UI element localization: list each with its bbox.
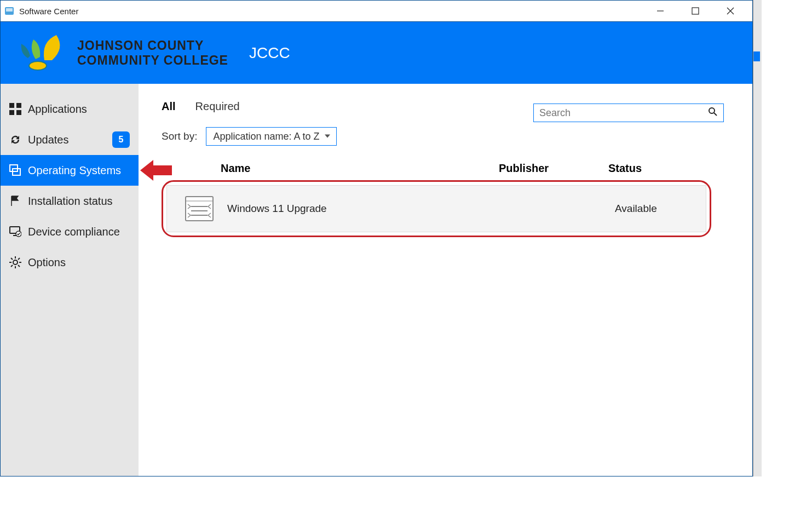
body-area: Applications Updates 5 Operating Systems xyxy=(1,84,752,476)
banner: JOHNSON COUNTY COMMUNITY COLLEGE JCCC xyxy=(1,22,752,84)
svg-line-21 xyxy=(11,258,13,260)
search-icon xyxy=(708,107,718,119)
svg-rect-7 xyxy=(9,103,14,108)
monitor-check-icon xyxy=(9,226,21,238)
svg-point-25 xyxy=(709,108,715,113)
background-window-edge xyxy=(753,0,762,476)
svg-rect-27 xyxy=(186,197,213,221)
row-name: Windows 11 Upgrade xyxy=(227,203,505,215)
gear-icon xyxy=(9,256,21,268)
column-name: Name xyxy=(221,162,499,175)
svg-point-16 xyxy=(13,260,18,265)
column-publisher: Publisher xyxy=(499,162,608,175)
svg-rect-1 xyxy=(6,8,13,12)
svg-line-23 xyxy=(11,265,13,267)
search-box[interactable] xyxy=(533,104,724,122)
flag-icon xyxy=(9,195,21,207)
sort-row: Sort by: Application name: A to Z xyxy=(162,127,729,146)
background-window-sliver xyxy=(753,51,760,61)
sidebar-item-label: Operating Systems xyxy=(28,164,121,177)
column-status: Status xyxy=(608,162,674,175)
svg-rect-3 xyxy=(692,8,699,14)
sidebar-item-updates[interactable]: Updates 5 xyxy=(1,124,139,155)
red-arrow-annotation xyxy=(140,159,172,182)
sort-label: Sort by: xyxy=(162,130,197,142)
close-button[interactable] xyxy=(713,1,748,21)
leaf-logo-icon xyxy=(17,32,70,74)
window-controls xyxy=(643,1,748,21)
svg-point-6 xyxy=(29,61,47,70)
sidebar-item-label: Options xyxy=(28,256,66,269)
sidebar-item-operating-systems[interactable]: Operating Systems xyxy=(1,155,139,186)
window-title: Software Center xyxy=(19,7,643,16)
sidebar-item-applications[interactable]: Applications xyxy=(1,94,139,124)
highlighted-row-annotation: Windows 11 Upgrade Available xyxy=(162,180,711,237)
sidebar-item-label: Updates xyxy=(28,134,69,146)
row-status: Available xyxy=(615,203,692,215)
svg-rect-8 xyxy=(16,103,21,108)
svg-line-22 xyxy=(18,265,20,267)
chevron-down-icon xyxy=(324,131,331,142)
org-logo: JOHNSON COUNTY COMMUNITY COLLEGE xyxy=(17,32,228,74)
org-name: JCCC xyxy=(249,44,290,62)
software-center-window: Software Center JOHNSON COUNTY CO xyxy=(0,0,753,476)
title-bar: Software Center xyxy=(1,1,752,22)
sidebar-item-label: Installation status xyxy=(28,195,113,208)
sidebar: Applications Updates 5 Operating Systems xyxy=(1,84,139,476)
svg-rect-10 xyxy=(16,110,21,115)
os-stack-icon xyxy=(9,164,21,176)
list-row[interactable]: Windows 11 Upgrade Available xyxy=(166,185,706,232)
sidebar-item-device-compliance[interactable]: Device compliance xyxy=(1,216,139,247)
apps-grid-icon xyxy=(9,103,21,115)
svg-line-26 xyxy=(714,113,717,116)
refresh-icon xyxy=(9,134,21,146)
logo-text-sub: COMMUNITY COLLEGE xyxy=(77,53,228,68)
sort-dropdown-value: Application name: A to Z xyxy=(213,131,319,142)
maximize-button[interactable] xyxy=(678,1,713,21)
tab-required[interactable]: Required xyxy=(195,100,240,113)
sort-dropdown[interactable]: Application name: A to Z xyxy=(206,127,336,146)
minimize-button[interactable] xyxy=(643,1,678,21)
svg-rect-9 xyxy=(9,110,14,115)
svg-line-24 xyxy=(18,258,20,260)
task-sequence-icon xyxy=(183,196,215,222)
main-content: All Required Sort by: Application name: … xyxy=(139,84,752,476)
search-input[interactable] xyxy=(539,107,708,119)
sidebar-item-label: Device compliance xyxy=(28,226,120,238)
app-icon xyxy=(5,6,15,16)
logo-text-main: JOHNSON COUNTY xyxy=(77,38,228,53)
tab-all[interactable]: All xyxy=(162,100,176,113)
sidebar-item-options[interactable]: Options xyxy=(1,247,139,278)
sidebar-item-installation-status[interactable]: Installation status xyxy=(1,186,139,216)
list-headers: Name Publisher Status xyxy=(162,162,729,180)
updates-badge: 5 xyxy=(112,131,130,148)
sidebar-item-label: Applications xyxy=(28,103,87,116)
search-container xyxy=(533,104,724,122)
